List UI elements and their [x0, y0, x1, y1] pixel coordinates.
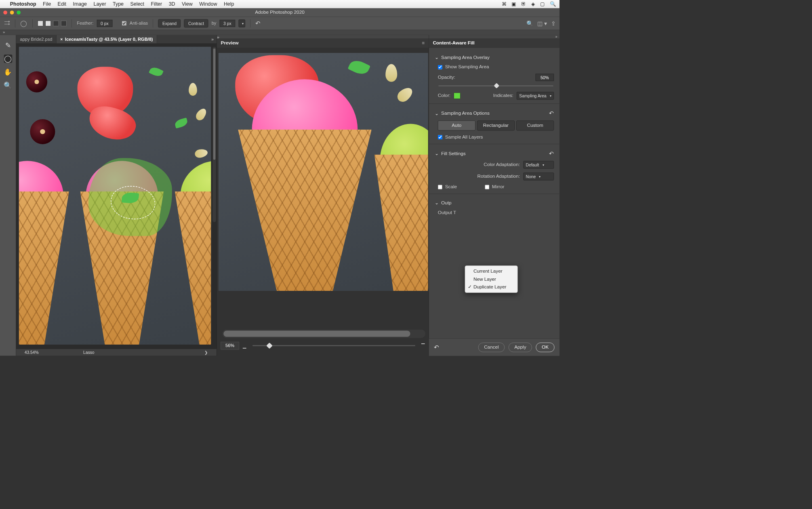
preview-overflow-icon[interactable]: »: [217, 35, 221, 38]
app-name[interactable]: Photoshop: [10, 1, 36, 7]
scale-label: Scale: [445, 184, 457, 190]
dock-chevron-left-icon[interactable]: »: [0, 30, 5, 35]
color-adapt-label: Color Adaptation:: [484, 162, 520, 168]
menu-edit[interactable]: Edit: [58, 1, 66, 7]
sample-all-checkbox[interactable]: [438, 135, 442, 139]
tray-bridge-icon[interactable]: ▣: [511, 1, 516, 7]
document-tab[interactable]: × IceceamIsTasty @ 43.5% (Layer 0, RGB/8…: [57, 35, 157, 44]
window-zoom-button[interactable]: [17, 11, 21, 15]
status-zoom[interactable]: 43.54%: [25, 350, 39, 355]
preview-canvas: [219, 53, 428, 291]
tray-fullscreen-icon[interactable]: ▢: [540, 1, 545, 7]
cancel-button[interactable]: Cancel: [478, 343, 505, 352]
section-fill-settings[interactable]: ⌄ Fill Settings ↶: [429, 146, 560, 161]
search-icon[interactable]: 🔍: [526, 20, 533, 27]
hand-tool-icon[interactable]: ✋: [4, 68, 12, 76]
tray-search-icon[interactable]: 🔍: [550, 1, 556, 7]
home-icon[interactable]: ⮆: [4, 20, 10, 27]
opacity-input[interactable]: [536, 74, 554, 81]
document-canvas[interactable]: [19, 47, 211, 345]
indicates-select[interactable]: Sampling Area: [517, 92, 554, 99]
reset-all-icon[interactable]: ↶: [434, 344, 439, 351]
selection-subtract-icon[interactable]: [53, 21, 59, 26]
ok-button[interactable]: OK: [536, 343, 555, 352]
by-input[interactable]: [220, 20, 236, 27]
show-sampling-checkbox[interactable]: [438, 65, 442, 69]
menu-view[interactable]: View: [182, 1, 193, 7]
menu-help[interactable]: Help: [224, 1, 234, 7]
expand-button[interactable]: Expand: [158, 19, 181, 28]
mirror-checkbox[interactable]: [485, 185, 489, 189]
tray-creative-cloud-icon[interactable]: ⌘: [502, 1, 507, 7]
panel-overflow-icon[interactable]: »: [555, 35, 557, 38]
antialias-label: Anti-alias: [130, 21, 148, 26]
contract-button[interactable]: Contract: [184, 19, 208, 28]
zoom-out-icon[interactable]: ▁: [243, 343, 246, 348]
preview-title: Preview: [221, 40, 238, 46]
show-sampling-label: Show Sampling Area: [445, 64, 489, 70]
feather-label: Feather:: [77, 21, 93, 26]
dropdown-item[interactable]: Current Layer: [465, 267, 517, 275]
preview-zoom-slider[interactable]: [252, 345, 415, 346]
workspace-icon[interactable]: ◫ ▾: [537, 20, 547, 27]
tab-close-icon[interactable]: ×: [60, 37, 63, 42]
document-canvas-area[interactable]: [16, 43, 217, 349]
tray-cube-icon[interactable]: ◈: [531, 1, 535, 7]
feather-input[interactable]: [97, 20, 112, 27]
antialias-checkbox[interactable]: [122, 21, 126, 25]
segment-custom[interactable]: Custom: [516, 120, 554, 130]
dropdown-item[interactable]: Duplicate Layer: [465, 283, 517, 291]
lasso-tool-icon[interactable]: ◯: [4, 55, 12, 63]
brush-tool-icon[interactable]: ✎: [4, 41, 12, 50]
share-icon[interactable]: ⇪: [551, 20, 556, 27]
section-sampling-overlay[interactable]: ⌄ Sampling Area Overlay: [429, 50, 560, 64]
menu-layer[interactable]: Layer: [94, 1, 106, 7]
status-chevron-icon[interactable]: ❯: [204, 350, 208, 355]
vertical-scrollbar[interactable]: [212, 47, 216, 222]
rotation-adapt-select[interactable]: None: [523, 172, 554, 180]
section-output[interactable]: ⌄ Outp: [429, 196, 560, 210]
zoom-in-icon[interactable]: ▔: [421, 343, 425, 348]
preview-canvas-area[interactable]: [217, 48, 429, 324]
menu-filter[interactable]: Filter: [151, 1, 162, 7]
by-label: by: [212, 21, 217, 26]
color-adapt-select[interactable]: Default: [523, 161, 554, 168]
opacity-slider[interactable]: [438, 86, 553, 86]
content-aware-panel: » Content-Aware Fill ⌄ Sampling Area Ove…: [429, 35, 560, 356]
reset-icon[interactable]: ↶: [549, 110, 554, 117]
zoom-tool-icon[interactable]: 🔍: [4, 81, 12, 90]
color-swatch[interactable]: [454, 93, 461, 99]
selection-intersect-icon[interactable]: [61, 21, 67, 26]
window-close-button[interactable]: [3, 11, 7, 15]
preview-zoom-input[interactable]: [221, 342, 239, 349]
preview-horizontal-scrollbar[interactable]: [223, 330, 425, 338]
window-minimize-button[interactable]: [10, 11, 14, 15]
chevron-down-icon: ⌄: [435, 110, 439, 116]
selection-add-icon[interactable]: [45, 21, 51, 26]
menu-select[interactable]: Select: [130, 1, 144, 7]
reset-icon[interactable]: ↶: [255, 20, 260, 27]
output-to-label: Output T: [438, 210, 456, 216]
document-statusbar: 43.54% Lasso ❯: [16, 349, 217, 356]
by-dropdown-icon[interactable]: [238, 19, 245, 27]
menu-3d[interactable]: 3D: [169, 1, 175, 7]
document-tab[interactable]: appy Bride2.psd: [16, 35, 57, 44]
segment-auto[interactable]: Auto: [438, 120, 475, 130]
menu-type[interactable]: Type: [113, 1, 124, 7]
segment-rectangular[interactable]: Rectangular: [477, 120, 515, 130]
scale-checkbox[interactable]: [438, 185, 442, 189]
menu-window[interactable]: Window: [199, 1, 217, 7]
tray-shield-icon[interactable]: ⛨: [521, 1, 526, 7]
selection-new-icon[interactable]: [38, 21, 43, 26]
preview-zoom-controls: ▁ ▔: [217, 340, 429, 356]
preview-menu-icon[interactable]: ≡: [422, 40, 425, 46]
tab-overflow-icon[interactable]: »: [208, 35, 217, 44]
panel-title: Content-Aware Fill: [429, 38, 560, 48]
current-tool-icon[interactable]: ◯: [20, 20, 27, 27]
menu-image[interactable]: Image: [73, 1, 87, 7]
reset-icon[interactable]: ↶: [549, 150, 554, 157]
menu-file[interactable]: File: [43, 1, 51, 7]
apply-button[interactable]: Apply: [509, 343, 532, 352]
dropdown-item[interactable]: New Layer: [465, 275, 517, 283]
section-sampling-options[interactable]: ⌄ Sampling Area Options ↶: [429, 106, 560, 121]
